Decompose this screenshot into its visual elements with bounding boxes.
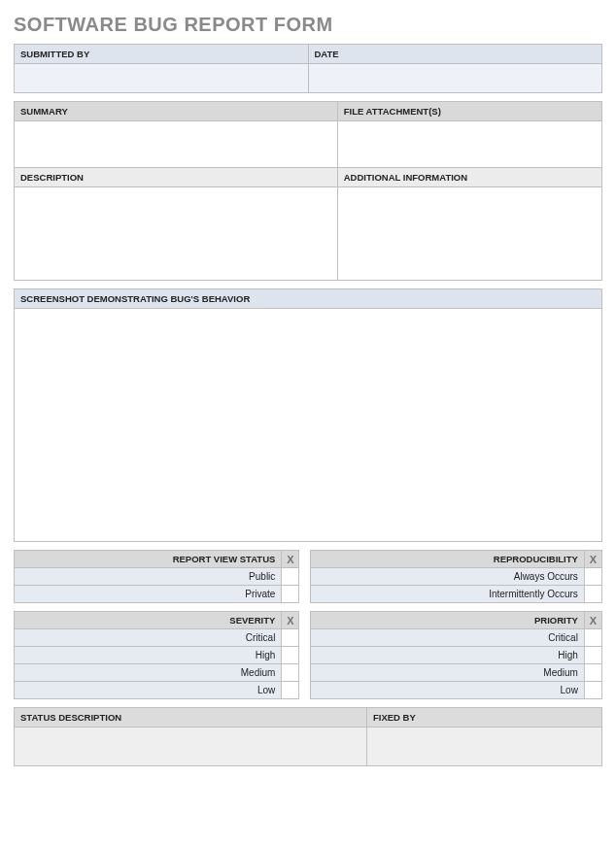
reproducibility-header: REPRODUCIBILITY [311, 551, 584, 568]
priority-x-header: X [584, 612, 601, 629]
file-attachments-label: FILE ATTACHMENT(S) [337, 102, 601, 121]
screenshot-input[interactable] [15, 309, 602, 542]
severity-header: SEVERITY [15, 612, 282, 629]
viewstatus-header: REPORT VIEW STATUS [15, 551, 282, 568]
viewstatus-option: Private [15, 586, 282, 603]
description-input[interactable] [15, 187, 338, 281]
reproducibility-option: Intermittently Occurs [311, 586, 584, 603]
severity-checkbox-high[interactable] [282, 647, 299, 664]
severity-checkbox-critical[interactable] [282, 629, 299, 647]
summary-label: SUMMARY [15, 102, 338, 121]
status-description-input[interactable] [15, 728, 367, 766]
file-attachments-input[interactable] [337, 121, 601, 168]
fixed-by-input[interactable] [367, 728, 602, 766]
date-label: DATE [308, 45, 602, 64]
viewstatus-x-header: X [282, 551, 299, 568]
priority-header: PRIORITY [311, 612, 584, 629]
detail-table: SUMMARY FILE ATTACHMENT(S) DESCRIPTION A… [14, 101, 602, 281]
reproducibility-option: Always Occurs [311, 568, 584, 586]
priority-checkbox-medium[interactable] [584, 664, 601, 682]
severity-option: Low [15, 682, 282, 699]
screenshot-label: SCREENSHOT DEMONSTRATING BUG'S BEHAVIOR [15, 289, 602, 309]
additional-info-input[interactable] [337, 187, 601, 281]
priority-checkbox-high[interactable] [584, 647, 601, 664]
viewstatus-checkbox-private[interactable] [282, 586, 299, 603]
severity-priority-table: SEVERITY X PRIORITY X Critical Critical … [14, 611, 602, 699]
date-input[interactable] [308, 64, 602, 93]
submitted-by-label: SUBMITTED BY [15, 45, 309, 64]
screenshot-table: SCREENSHOT DEMONSTRATING BUG'S BEHAVIOR [14, 288, 602, 542]
page-title: SOFTWARE BUG REPORT FORM [14, 14, 602, 36]
reproducibility-x-header: X [584, 551, 601, 568]
viewstatus-option: Public [15, 568, 282, 586]
status-description-label: STATUS DESCRIPTION [15, 708, 367, 728]
fixed-by-label: FIXED BY [367, 708, 602, 728]
submitted-date-table: SUBMITTED BY DATE [14, 44, 602, 93]
submitted-by-input[interactable] [15, 64, 309, 93]
summary-input[interactable] [15, 121, 338, 168]
priority-option: Medium [311, 664, 584, 682]
severity-option: High [15, 647, 282, 664]
severity-x-header: X [282, 612, 299, 629]
viewstatus-reproducibility-table: REPORT VIEW STATUS X REPRODUCIBILITY X P… [14, 550, 602, 603]
additional-info-label: ADDITIONAL INFORMATION [337, 168, 601, 187]
priority-option: High [311, 647, 584, 664]
severity-option: Critical [15, 629, 282, 647]
priority-option: Critical [311, 629, 584, 647]
severity-option: Medium [15, 664, 282, 682]
severity-checkbox-medium[interactable] [282, 664, 299, 682]
priority-option: Low [311, 682, 584, 699]
reproducibility-checkbox-always[interactable] [584, 568, 601, 586]
status-table: STATUS DESCRIPTION FIXED BY [14, 707, 602, 766]
viewstatus-checkbox-public[interactable] [282, 568, 299, 586]
reproducibility-checkbox-intermittent[interactable] [584, 586, 601, 603]
priority-checkbox-low[interactable] [584, 682, 601, 699]
severity-checkbox-low[interactable] [282, 682, 299, 699]
priority-checkbox-critical[interactable] [584, 629, 601, 647]
description-label: DESCRIPTION [15, 168, 338, 187]
